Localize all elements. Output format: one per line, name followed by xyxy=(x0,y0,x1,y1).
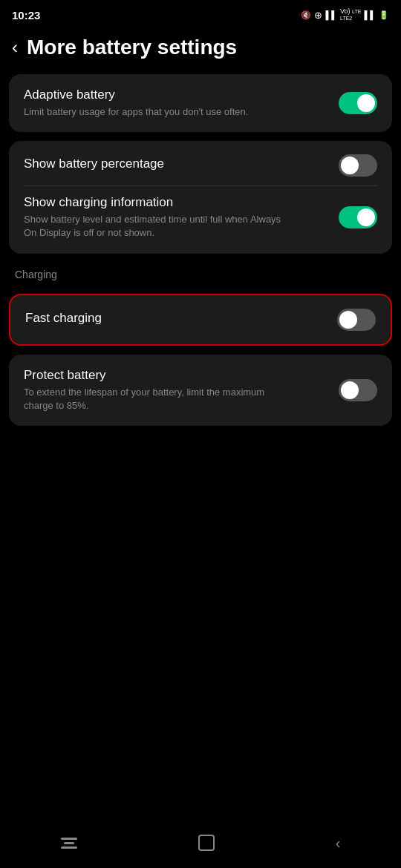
protect-battery-desc: To extend the lifespan of your battery, … xyxy=(24,386,291,412)
divider xyxy=(24,185,377,186)
status-time: 10:23 xyxy=(12,9,40,22)
mute-icon: 🔇 xyxy=(301,10,311,20)
charging-info-text: Show charging information Show battery l… xyxy=(24,195,339,240)
battery-percentage-text: Show battery percentage xyxy=(24,157,339,174)
home-button[interactable] xyxy=(198,835,215,851)
adaptive-battery-desc: Limit battery usage for apps that you do… xyxy=(24,105,291,119)
recents-line3 xyxy=(61,846,77,849)
adaptive-battery-card: Adaptive battery Limit battery usage for… xyxy=(9,74,392,132)
toggle-thumb xyxy=(357,94,375,112)
adaptive-battery-text: Adaptive battery Limit battery usage for… xyxy=(24,88,339,119)
protect-battery-row: Protect battery To extend the lifespan o… xyxy=(24,368,377,412)
signal-icon: ▌▌ xyxy=(325,10,337,19)
toggle-thumb-fast xyxy=(339,311,357,329)
fast-charging-row: Fast charging xyxy=(25,309,376,331)
fast-charging-text: Fast charging xyxy=(25,311,337,329)
protect-battery-text: Protect battery To extend the lifespan o… xyxy=(24,368,339,412)
battery-percentage-row: Show battery percentage xyxy=(24,154,377,177)
protect-battery-card: Protect battery To extend the lifespan o… xyxy=(9,355,392,426)
back-nav-button[interactable]: ‹ xyxy=(336,835,341,852)
battery-icon: 🔋 xyxy=(379,10,389,20)
recents-button[interactable] xyxy=(61,838,77,849)
charging-info-toggle[interactable] xyxy=(339,206,377,228)
charging-section-label: Charging xyxy=(9,263,392,285)
back-button[interactable]: ‹ xyxy=(12,37,18,58)
status-icons: 🔇 ⊕ ▌▌ Vo) LTELTE2 ▌▌ 🔋 xyxy=(301,8,389,22)
content-area: Adaptive battery Limit battery usage for… xyxy=(0,74,401,426)
charging-info-title: Show charging information xyxy=(24,195,327,210)
status-bar: 10:23 🔇 ⊕ ▌▌ Vo) LTELTE2 ▌▌ 🔋 xyxy=(0,0,401,27)
fast-charging-title: Fast charging xyxy=(25,311,325,326)
fast-charging-toggle[interactable] xyxy=(337,309,376,331)
protect-battery-title: Protect battery xyxy=(24,368,327,383)
signal2-icon: ▌▌ xyxy=(364,10,376,19)
recents-line1 xyxy=(61,838,77,840)
wifi-icon: ⊕ xyxy=(314,10,322,21)
recents-line2 xyxy=(64,842,74,844)
page-title: More battery settings xyxy=(27,36,237,59)
adaptive-battery-row: Adaptive battery Limit battery usage for… xyxy=(24,88,377,119)
adaptive-battery-toggle[interactable] xyxy=(339,92,377,114)
toggle-thumb-info xyxy=(357,208,375,226)
battery-percentage-toggle[interactable] xyxy=(339,154,377,177)
fast-charging-card: Fast charging xyxy=(9,294,392,346)
charging-info-desc: Show battery level and estimated time un… xyxy=(24,213,291,240)
charging-info-row: Show charging information Show battery l… xyxy=(24,195,377,240)
protect-battery-toggle[interactable] xyxy=(339,379,377,401)
volte-icon: Vo) LTELTE2 xyxy=(340,8,361,22)
battery-percentage-title: Show battery percentage xyxy=(24,157,327,171)
toggle-thumb-protect xyxy=(341,381,359,399)
nav-bar: ‹ xyxy=(0,823,401,868)
header: ‹ More battery settings xyxy=(0,27,401,74)
toggle-thumb-pct xyxy=(341,157,359,174)
adaptive-battery-title: Adaptive battery xyxy=(24,88,327,102)
battery-display-card: Show battery percentage Show charging in… xyxy=(9,141,392,253)
